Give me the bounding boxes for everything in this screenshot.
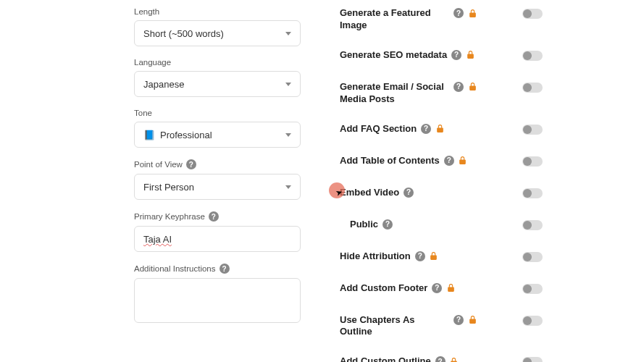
pov-field: Point of View ? First Person (134, 159, 322, 200)
option-label: Add Table of Contents (340, 155, 440, 167)
help-icon[interactable]: ? (451, 50, 461, 60)
instructions-label: Additional Instructions (134, 264, 216, 273)
length-field: Length Short (~500 words) (134, 7, 322, 46)
lock-icon (446, 283, 456, 293)
chevron-down-icon (285, 32, 291, 35)
option-row: Public? (340, 219, 543, 233)
option-label: Embed Video (340, 187, 399, 199)
help-icon[interactable]: ? (415, 251, 425, 261)
option-label: Add Custom Outline (340, 355, 431, 362)
option-label: Use Chapters As Outline (340, 314, 449, 339)
toggle-switch[interactable] (522, 357, 543, 362)
option-row: Hide Attribution? (340, 251, 543, 265)
option-label: Generate Email / Social Media Posts (340, 81, 449, 106)
language-value: Japanese (143, 79, 184, 90)
toggle-switch[interactable] (522, 156, 543, 167)
toggle-switch[interactable] (522, 125, 543, 135)
option-label: Generate a Featured Image (340, 7, 449, 32)
help-icon[interactable]: ? (209, 211, 219, 222)
help-icon[interactable]: ? (453, 315, 464, 325)
language-field: Language Japanese (134, 58, 322, 97)
toggle-switch[interactable] (522, 284, 543, 294)
option-label: Hide Attribution (340, 251, 411, 263)
tone-label: Tone (134, 109, 322, 117)
tone-field: Tone 📘 Professional (134, 109, 322, 148)
lock-icon (467, 82, 477, 92)
help-icon[interactable]: ? (453, 8, 464, 18)
help-icon[interactable]: ? (444, 156, 454, 166)
option-label: Public (350, 219, 378, 231)
help-icon[interactable]: ? (382, 219, 393, 230)
option-row: Add FAQ Section? (340, 123, 543, 138)
lock-icon (465, 50, 475, 60)
lock-icon (429, 251, 439, 261)
toggle-switch[interactable] (522, 83, 543, 93)
pov-value: First Person (143, 182, 194, 193)
help-icon[interactable]: ? (432, 283, 442, 293)
help-icon[interactable]: ? (453, 82, 464, 92)
option-row: Embed Video? (340, 187, 543, 201)
keyphrase-label: Primary Keyphrase (134, 212, 205, 221)
toggle-switch[interactable] (522, 316, 543, 326)
chevron-down-icon (285, 83, 291, 86)
help-icon[interactable]: ? (421, 124, 431, 134)
chevron-down-icon (285, 185, 291, 189)
lock-icon (467, 8, 477, 18)
help-icon[interactable]: ? (403, 188, 414, 198)
option-row: Generate a Featured Image? (340, 7, 543, 32)
pov-label: Point of View (134, 160, 183, 169)
option-row: Generate Email / Social Media Posts? (340, 81, 543, 106)
length-label: Length (134, 7, 322, 16)
help-icon[interactable]: ? (219, 264, 230, 274)
option-label: Add Custom Footer (340, 282, 427, 295)
option-row: Generate SEO metadata? (340, 49, 543, 64)
lock-icon (435, 124, 445, 134)
toggle-switch[interactable] (522, 220, 543, 230)
keyphrase-field: Primary Keyphrase ? Taja AI (134, 211, 322, 252)
tone-value: Professional (160, 130, 212, 140)
lock-icon (467, 315, 477, 325)
language-select[interactable]: Japanese (134, 71, 301, 97)
lock-icon (458, 156, 468, 166)
option-label: Add FAQ Section (340, 123, 417, 135)
instructions-field: Additional Instructions ? (134, 264, 322, 325)
instructions-input[interactable] (134, 278, 301, 323)
length-select[interactable]: Short (~500 words) (134, 20, 301, 46)
toggle-switch[interactable] (522, 51, 543, 61)
option-row: Use Chapters As Outline? (340, 314, 543, 339)
toggle-switch[interactable] (522, 9, 543, 19)
option-row: Add Custom Footer? (340, 282, 543, 297)
pov-select[interactable]: First Person (134, 174, 301, 200)
option-label: Generate SEO metadata (340, 49, 447, 62)
keyphrase-input[interactable]: Taja AI (134, 226, 301, 252)
help-icon[interactable]: ? (435, 356, 446, 362)
option-row: Add Table of Contents? (340, 155, 543, 169)
help-icon[interactable]: ? (186, 159, 196, 169)
lock-icon (449, 356, 459, 362)
toggle-switch[interactable] (522, 188, 543, 198)
chevron-down-icon (285, 133, 291, 137)
tone-select[interactable]: 📘 Professional (134, 122, 301, 148)
option-row: Add Custom Outline? (340, 355, 543, 362)
language-label: Language (134, 58, 322, 67)
toggle-switch[interactable] (522, 252, 543, 262)
tone-icon: 📘 (143, 130, 155, 140)
length-value: Short (~500 words) (143, 28, 224, 39)
keyphrase-value: Taja AI (143, 234, 172, 245)
